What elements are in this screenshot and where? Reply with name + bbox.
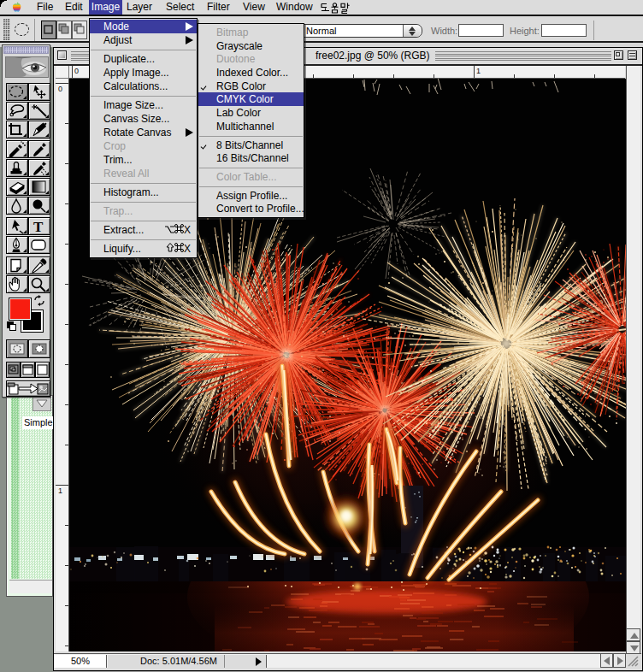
- svg-text:T: T: [33, 219, 44, 234]
